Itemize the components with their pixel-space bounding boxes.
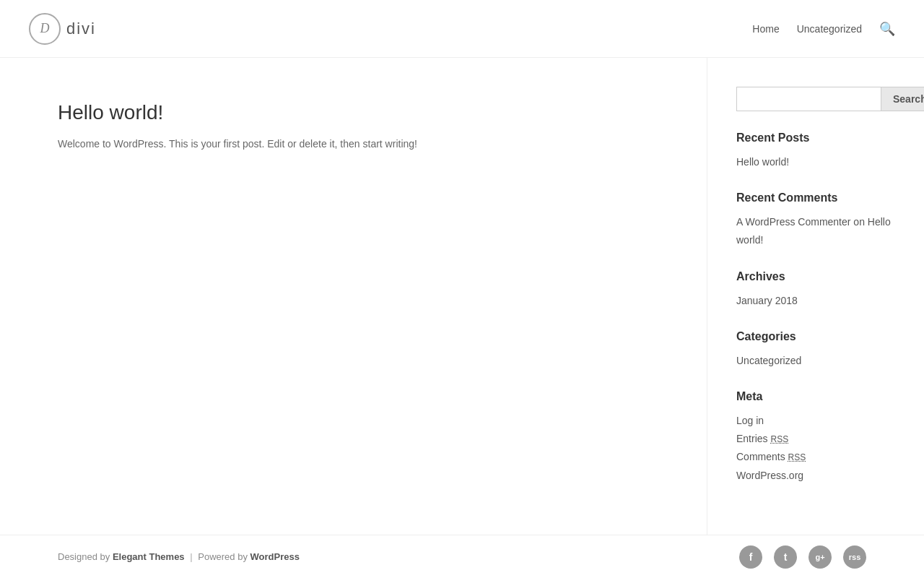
meta-section: Meta Log in Entries RSS Comments RSS Wor… <box>736 390 895 485</box>
entries-rss-abbr: RSS <box>770 434 788 444</box>
search-button[interactable]: Search <box>881 87 924 111</box>
site-footer: Designed by Elegant Themes | Powered by … <box>0 535 924 578</box>
comments-text: Comments <box>736 451 788 462</box>
page-wrapper: Hello world! Welcome to WordPress. This … <box>0 58 924 535</box>
wordpress-link[interactable]: WordPress <box>250 551 300 562</box>
elegant-themes-link[interactable]: Elegant Themes <box>113 551 185 562</box>
main-content: Hello world! Welcome to WordPress. This … <box>0 58 707 535</box>
meta-wordpress-org[interactable]: WordPress.org <box>736 467 895 485</box>
archives-section: Archives January 2018 <box>736 270 895 310</box>
categories-section: Categories Uncategorized <box>736 330 895 370</box>
meta-login[interactable]: Log in <box>736 412 895 430</box>
entries-text: Entries <box>736 433 770 444</box>
search-input[interactable] <box>736 87 881 111</box>
recent-comments-title: Recent Comments <box>736 191 895 204</box>
post-title: Hello world! <box>58 101 663 124</box>
search-widget: Search <box>736 87 895 111</box>
nav-home[interactable]: Home <box>752 23 779 35</box>
post-excerpt: Welcome to WordPress. This is your first… <box>58 136 663 153</box>
category-item[interactable]: Uncategorized <box>736 352 895 370</box>
meta-comments-rss[interactable]: Comments RSS <box>736 448 895 466</box>
recent-posts-section: Recent Posts Hello world! <box>736 131 895 171</box>
designed-by-text: Designed by <box>58 551 110 562</box>
on-text: on <box>853 216 865 228</box>
site-logo[interactable]: D divi <box>29 13 96 45</box>
archive-item[interactable]: January 2018 <box>736 292 895 310</box>
recent-comment-item: A WordPress Commenter on Hello world! <box>736 213 895 249</box>
search-icon[interactable]: 🔍 <box>879 21 895 37</box>
footer-credits: Designed by Elegant Themes | Powered by … <box>58 551 300 562</box>
site-header: D divi Home Uncategorized 🔍 <box>0 0 924 58</box>
commenter-link[interactable]: A WordPress Commenter <box>736 216 850 228</box>
social-icons: f t g+ rss <box>739 545 866 569</box>
comments-rss-abbr: RSS <box>788 452 806 462</box>
main-nav: Home Uncategorized 🔍 <box>752 21 895 37</box>
meta-entries-rss[interactable]: Entries RSS <box>736 430 895 448</box>
recent-comments-section: Recent Comments A WordPress Commenter on… <box>736 191 895 249</box>
categories-title: Categories <box>736 330 895 343</box>
logo-letter: D <box>40 21 50 36</box>
facebook-icon[interactable]: f <box>739 545 762 569</box>
logo-text: divi <box>66 20 96 38</box>
logo-circle: D <box>29 13 61 45</box>
rss-icon[interactable]: rss <box>843 545 866 569</box>
twitter-icon[interactable]: t <box>774 545 797 569</box>
google-plus-icon[interactable]: g+ <box>808 545 832 569</box>
recent-posts-title: Recent Posts <box>736 131 895 144</box>
archives-title: Archives <box>736 270 895 283</box>
recent-post-item[interactable]: Hello world! <box>736 153 895 171</box>
pipe-divider: | <box>190 551 195 562</box>
nav-uncategorized[interactable]: Uncategorized <box>797 23 862 35</box>
meta-title: Meta <box>736 390 895 403</box>
powered-by-text: Powered by <box>198 551 248 562</box>
sidebar: Search Recent Posts Hello world! Recent … <box>707 58 924 535</box>
